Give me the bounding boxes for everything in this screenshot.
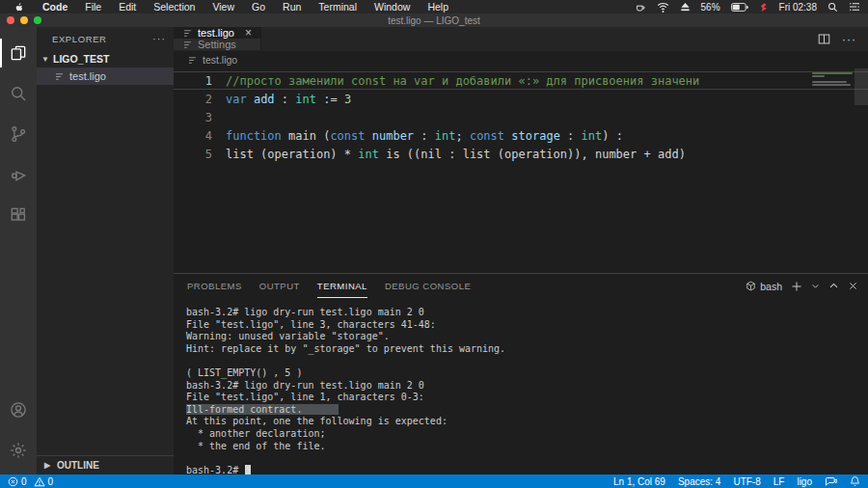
activity-search[interactable] (0, 73, 37, 114)
tab-settings[interactable]: Settings (174, 39, 261, 50)
activity-settings[interactable] (0, 430, 37, 471)
code-line[interactable]: 1//просто заменили const на var и добави… (174, 71, 868, 90)
menu-item-code[interactable]: Code (34, 1, 76, 13)
coffee-icon[interactable] (635, 2, 646, 13)
panel-tab-debug-console[interactable]: DEBUG CONSOLE (385, 274, 471, 298)
file-icon (54, 71, 65, 82)
activity-accounts[interactable] (0, 390, 37, 430)
window-title: test.ligo — LIGO_test (388, 15, 480, 26)
code-editor[interactable]: 1//просто заменили const на var и добави… (174, 68, 868, 273)
sidebar-more-actions-button[interactable]: ··· (152, 33, 166, 44)
code-line[interactable]: 5list (operation) * int is ((nil : list … (174, 145, 868, 163)
activity-extensions[interactable] (0, 195, 37, 235)
problems-status[interactable]: 0 0 (8, 476, 53, 487)
code-line[interactable]: 4function main (const number : int; cons… (174, 126, 868, 145)
panel-tab-output[interactable]: OUTPUT (259, 274, 300, 298)
gear-icon (9, 441, 28, 460)
activity-run-debug[interactable] (0, 154, 37, 195)
sidebar-title: EXPLORER (52, 34, 107, 44)
feedback-icon[interactable] (825, 476, 837, 487)
battery-icon[interactable] (731, 3, 748, 12)
menu-item-edit[interactable]: Edit (110, 1, 145, 13)
code-line[interactable]: 3 (174, 108, 868, 126)
status-indentation[interactable]: Spaces: 4 (678, 476, 720, 487)
menu-item-help[interactable]: Help (419, 1, 457, 13)
code-text: list (operation) * int is ((nil : list (… (212, 146, 686, 162)
debug-icon (9, 165, 28, 184)
editor-scrollbar[interactable] (854, 68, 868, 273)
menu-item-terminal[interactable]: Terminal (310, 1, 366, 13)
file-icon (182, 40, 193, 50)
more-actions-icon[interactable]: ··· (842, 33, 856, 46)
minimize-window-button[interactable] (20, 16, 28, 24)
editor-tab-bar: test.ligo×Settings ··· (174, 27, 868, 51)
status-cursor-position[interactable]: Ln 1, Col 69 (613, 476, 665, 487)
activity-source-control[interactable] (0, 114, 37, 154)
menu-item-selection[interactable]: Selection (145, 1, 203, 13)
status-bar: 0 0 Ln 1, Col 69Spaces: 4UTF-8LFligo (0, 474, 868, 488)
error-count: 0 (21, 476, 27, 487)
menu-item-file[interactable]: File (76, 1, 110, 13)
maximize-panel-icon[interactable] (828, 281, 839, 291)
panel-tab-problems[interactable]: PROBLEMS (187, 274, 242, 298)
terminal-selection: Ill-formed contract. (186, 404, 339, 415)
terminal-shell-icon (746, 281, 756, 291)
extensions-icon (9, 205, 28, 225)
file-icon (182, 28, 193, 39)
wifi-icon[interactable] (657, 2, 669, 13)
split-editor-icon[interactable] (818, 33, 830, 45)
tab-label: test.ligo (198, 27, 234, 39)
terminal-line: ( LIST_EMPTY() , 5 ) (186, 367, 868, 380)
code-text: var add : int := 3 (212, 91, 351, 107)
activity-explorer[interactable] (0, 33, 37, 73)
line-number: 4 (174, 127, 212, 144)
terminal-line: bash-3.2# ligo dry-run test.ligo main 2 … (186, 307, 868, 319)
terminal-line: Ill-formed contract. (186, 404, 868, 417)
bottom-panel: PROBLEMSOUTPUTTERMINALDEBUG CONSOLE bash (174, 273, 868, 474)
terminal-line: bash-3.2# (186, 465, 868, 474)
shell-selector[interactable]: bash (746, 281, 782, 292)
zoom-window-button[interactable] (34, 16, 41, 24)
folder-section-ligo-test[interactable]: ▼ LIGO_TEST (37, 50, 174, 68)
line-number: 2 (174, 91, 212, 107)
menu-item-window[interactable]: Window (366, 1, 419, 13)
terminal-line: * another declaration; (186, 428, 868, 441)
tab-label: Settings (198, 39, 236, 50)
control-center-icon[interactable] (849, 2, 860, 12)
warning-icon (34, 476, 45, 487)
menu-item-go[interactable]: Go (243, 1, 274, 13)
status-eol[interactable]: LF (773, 476, 785, 487)
file-item-test.ligo[interactable]: test.ligo (37, 68, 174, 85)
activity-bar (0, 27, 37, 474)
red-app-icon[interactable] (759, 2, 769, 13)
chevron-down-icon[interactable] (811, 282, 820, 290)
status-language-mode[interactable]: ligo (797, 476, 812, 487)
status-encoding[interactable]: UTF-8 (733, 476, 760, 487)
terminal-line: File "test.ligo", line 1, characters 0-3… (186, 392, 868, 404)
outline-section[interactable]: ▶ OUTLINE (37, 455, 174, 474)
bell-icon[interactable] (850, 475, 860, 487)
menu-item-view[interactable]: View (203, 1, 243, 13)
close-panel-icon[interactable] (848, 281, 858, 291)
eject-icon[interactable] (680, 2, 691, 12)
spotlight-search-icon[interactable] (827, 2, 838, 13)
apple-icon[interactable] (14, 1, 24, 13)
terminal-output[interactable]: bash-3.2# ligo dry-run test.ligo main 2 … (174, 298, 868, 474)
breadcrumb[interactable]: test.ligo (174, 51, 868, 68)
menu-clock[interactable]: Fri 02:38 (779, 2, 817, 13)
terminal-line: * the end of the file. (186, 441, 868, 453)
close-window-button[interactable] (7, 16, 14, 24)
window-title-bar[interactable]: test.ligo — LIGO_test (0, 14, 868, 27)
terminal-line (186, 452, 868, 465)
new-terminal-icon[interactable] (791, 281, 802, 292)
warning-count: 0 (48, 476, 54, 487)
code-line[interactable]: 2var add : int := 3 (174, 90, 868, 108)
terminal-cursor (245, 465, 251, 474)
menu-item-run[interactable]: Run (274, 1, 310, 13)
tab-test-ligo[interactable]: test.ligo× (174, 27, 261, 39)
terminal-line: Warning: unused variable "storage". (186, 331, 868, 343)
panel-tab-terminal[interactable]: TERMINAL (317, 274, 367, 298)
line-number: 5 (174, 146, 212, 162)
minimap[interactable] (812, 72, 854, 87)
close-tab-icon[interactable]: × (245, 27, 252, 39)
